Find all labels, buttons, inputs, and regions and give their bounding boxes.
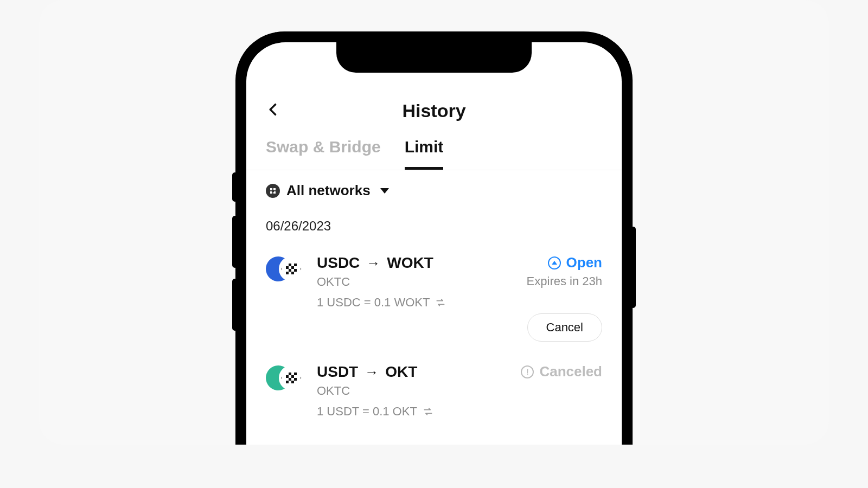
status-badge: Open — [548, 254, 602, 271]
status-label: Canceled — [539, 363, 602, 380]
to-token-icon — [279, 365, 304, 390]
tab-swap-bridge[interactable]: Swap & Bridge — [266, 138, 381, 170]
chevron-down-icon — [380, 188, 389, 194]
network-label: OKTC — [317, 384, 509, 398]
network-filter[interactable]: All networks — [246, 170, 622, 203]
network-filter-label: All networks — [286, 182, 371, 199]
order-row[interactable]: USDC → WOKT OKTC 1 USDC = 0.1 WOKT — [246, 239, 622, 348]
pair-label: USDC → WOKT — [317, 254, 515, 272]
expires-label: Expires in 23h — [527, 274, 602, 288]
tab-limit[interactable]: Limit — [405, 138, 444, 170]
rate-label: 1 USDT = 0.1 OKT — [317, 404, 417, 419]
from-symbol: USDC — [317, 254, 360, 272]
chevron-left-icon — [266, 102, 281, 117]
rate-row: 1 USDC = 0.1 WOKT — [317, 296, 515, 310]
date-group-label: 06/26/2023 — [246, 203, 622, 239]
phone-side-button — [232, 172, 238, 202]
to-token-icon — [279, 256, 304, 281]
token-pair-icon — [266, 363, 305, 394]
alert-circle-icon: ! — [521, 365, 534, 378]
order-main: USDT → OKT OKTC 1 USDT = 0.1 OKT — [317, 363, 509, 419]
cancel-button[interactable]: Cancel — [527, 313, 602, 342]
phone-side-button — [630, 227, 636, 308]
arrow-right-icon: → — [366, 255, 380, 272]
swap-icon[interactable] — [435, 297, 446, 308]
to-symbol: WOKT — [387, 254, 433, 272]
page-title: History — [402, 100, 465, 121]
tabs: Swap & Bridge Limit — [246, 130, 622, 170]
network-label: OKTC — [317, 275, 515, 289]
token-pair-icon — [266, 254, 305, 285]
phone-screen: History Swap & Bridge Limit All networks… — [246, 42, 622, 445]
from-symbol: USDT — [317, 363, 358, 381]
back-button[interactable] — [266, 102, 281, 119]
order-main: USDC → WOKT OKTC 1 USDC = 0.1 WOKT — [317, 254, 515, 342]
rate-label: 1 USDC = 0.1 WOKT — [317, 296, 430, 310]
order-row[interactable]: USDT → OKT OKTC 1 USDT = 0.1 OKT — [246, 348, 622, 425]
phone-frame: History Swap & Bridge Limit All networks… — [235, 31, 633, 445]
top-bar: History — [246, 91, 622, 130]
swap-icon[interactable] — [423, 406, 433, 417]
status-badge: ! Canceled — [521, 363, 602, 380]
arrow-right-icon: → — [365, 364, 379, 381]
upload-circle-icon — [548, 256, 561, 269]
app-card: History Swap & Bridge Limit All networks… — [39, 0, 829, 445]
phone-side-button — [232, 279, 238, 331]
to-symbol: OKT — [385, 363, 417, 381]
phone-notch — [336, 42, 532, 73]
order-right: ! Canceled — [521, 363, 602, 419]
rate-row: 1 USDT = 0.1 OKT — [317, 404, 509, 419]
order-right: Open Expires in 23h Cancel — [527, 254, 602, 342]
phone-side-button — [232, 216, 238, 268]
grid-icon — [266, 184, 280, 198]
screen-content: History Swap & Bridge Limit All networks… — [246, 42, 622, 445]
status-label: Open — [566, 254, 602, 271]
pair-label: USDT → OKT — [317, 363, 509, 381]
